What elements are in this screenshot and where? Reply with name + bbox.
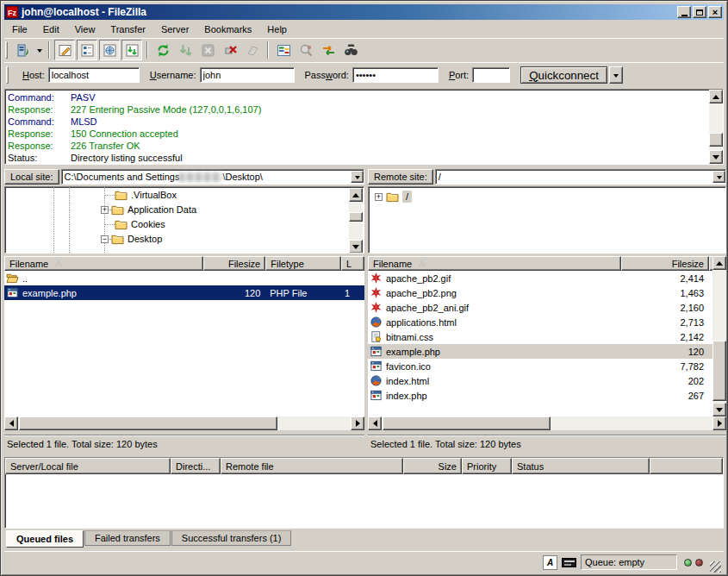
quickconnect-dropdown-button[interactable] — [609, 66, 623, 84]
remote-file-row[interactable]: index.html 202 — [368, 373, 712, 388]
site-manager-dropdown-button[interactable] — [34, 41, 45, 59]
remote-hscroll-thumb[interactable] — [383, 416, 551, 430]
column-header-last-modified[interactable]: L — [341, 256, 364, 271]
toggle-local-tree-button[interactable] — [77, 40, 97, 60]
quickconnect-button[interactable]: Quickconnect — [520, 66, 607, 84]
toolbar-grip[interactable] — [5, 41, 8, 59]
menu-transfer[interactable]: Transfer — [103, 22, 153, 36]
port-label: Port: — [449, 70, 469, 80]
menu-help[interactable]: Help — [259, 22, 295, 36]
column-header-filename[interactable]: Filename — [368, 256, 621, 271]
tree-item-cookies[interactable]: Cookies — [115, 217, 165, 231]
tree-item-desktop[interactable]: − Desktop — [101, 232, 162, 246]
remote-vertical-scrollbar[interactable] — [712, 256, 726, 416]
column-header-filename[interactable]: Filename — [4, 256, 203, 271]
refresh-button[interactable] — [152, 40, 173, 60]
local-horizontal-scrollbar[interactable] — [4, 416, 364, 430]
column-header-server-local-file[interactable]: Server/Local file — [5, 458, 171, 474]
cancel-operation-button[interactable] — [197, 40, 218, 60]
tree-item-application-data[interactable]: + Application Data — [101, 203, 196, 216]
tab-successful-transfers[interactable]: Successful transfers (1) — [171, 530, 292, 546]
remote-file-row-selected[interactable]: example.php 120 — [368, 344, 712, 359]
remote-file-row[interactable]: apache_pb2.png 1,463 — [368, 285, 712, 300]
local-site-combo[interactable]: C:\Documents and Settings\Desktop\ — [61, 169, 364, 185]
firefox-html-icon — [370, 316, 383, 328]
expander-minus-icon[interactable]: − — [101, 235, 109, 243]
menu-view[interactable]: View — [67, 22, 103, 36]
local-site-dropdown-button[interactable] — [351, 171, 364, 183]
remote-file-row[interactable]: bitnami.css 2,142 — [368, 329, 712, 344]
local-status-row: Selected 1 file. Total size: 120 bytes — [4, 435, 364, 453]
directory-comparison-button[interactable] — [273, 40, 294, 60]
column-header-filetype[interactable]: Filetype — [265, 256, 341, 271]
tree-scroll-thumb[interactable] — [349, 212, 363, 222]
resize-grip[interactable] — [710, 561, 721, 573]
refresh-icon — [156, 43, 171, 58]
title-bar[interactable]: Fz john@localhost - FileZilla × — [4, 4, 724, 20]
maximize-button[interactable] — [693, 6, 706, 18]
tree-item-root[interactable]: + / — [375, 190, 412, 203]
local-file-row-parent[interactable]: .. — [4, 271, 364, 285]
remote-site-combo[interactable]: / — [435, 169, 726, 185]
column-header-priority[interactable]: Priority — [462, 458, 512, 474]
host-input[interactable] — [48, 67, 140, 83]
reconnect-icon — [246, 43, 260, 58]
transfer-queue: Server/Local file Directi... Remote file… — [4, 457, 724, 529]
menu-server[interactable]: Server — [153, 22, 196, 36]
process-queue-button[interactable] — [175, 40, 196, 60]
remote-file-row[interactable]: apache_pb2_ani.gif 2,160 — [368, 300, 712, 315]
log-scroll-thumb[interactable] — [709, 133, 723, 147]
toggle-message-log-button[interactable] — [54, 40, 75, 60]
menu-edit[interactable]: Edit — [35, 22, 67, 36]
local-hscroll-thumb[interactable] — [19, 416, 277, 430]
username-label: Username: — [150, 70, 196, 80]
menu-file[interactable]: File — [4, 22, 35, 36]
file-size: 120 — [203, 288, 265, 298]
local-path-prefix: C:\Documents and Settings — [65, 172, 180, 182]
column-header-filesize[interactable]: Filesize — [203, 256, 265, 271]
local-tree-vertical-scrollbar[interactable] — [349, 188, 363, 254]
column-header-size[interactable]: Size — [403, 458, 462, 474]
quickconnect-bar: Host: Username: Password: Port: Quickcon… — [4, 62, 724, 87]
column-header-direction[interactable]: Directi... — [171, 458, 221, 474]
apache-feather-icon — [370, 272, 383, 284]
remote-file-row[interactable]: apache_pb2.gif 2,414 — [368, 271, 712, 285]
tab-failed-transfers[interactable]: Failed transfers — [84, 530, 171, 546]
column-header-filesize[interactable]: Filesize — [621, 256, 709, 271]
file-name: .. — [22, 273, 28, 284]
expander-plus-icon[interactable]: + — [101, 206, 109, 214]
menu-bookmarks[interactable]: Bookmarks — [196, 22, 259, 36]
remote-file-row[interactable]: index.php 267 — [368, 388, 712, 403]
username-input[interactable] — [200, 67, 295, 83]
password-input[interactable] — [352, 67, 439, 83]
toggle-transfer-queue-button[interactable] — [121, 40, 142, 60]
column-header-remote-file[interactable]: Remote file — [221, 458, 403, 474]
column-header-status[interactable]: Status — [512, 458, 650, 474]
synchronized-browsing-button[interactable] — [318, 40, 339, 60]
log-vertical-scrollbar[interactable] — [709, 90, 723, 164]
minimize-button[interactable] — [677, 6, 691, 18]
remote-file-row[interactable]: favicon.ico 7,782 — [368, 359, 712, 373]
find-files-button[interactable] — [340, 40, 361, 60]
log-line-text: Directory listing successful — [71, 152, 183, 164]
filename-filters-button[interactable] — [296, 40, 316, 60]
quickconnect-grip[interactable] — [6, 66, 9, 84]
close-button[interactable]: × — [708, 6, 722, 18]
file-size: 2,160 — [621, 303, 709, 313]
tree-item-virtualbox[interactable]: .VirtualBox — [115, 188, 177, 202]
disconnect-button[interactable] — [220, 40, 240, 60]
site-manager-button[interactable] — [12, 40, 33, 60]
remote-horizontal-scrollbar[interactable] — [368, 416, 726, 430]
file-name: index.php — [386, 391, 427, 401]
remote-file-row[interactable]: applications.html 2,713 — [368, 315, 712, 329]
port-input[interactable] — [472, 67, 510, 83]
expander-plus-icon[interactable]: + — [375, 193, 383, 201]
log-line-text: 227 Entering Passive Mode (127,0,0,1,6,1… — [71, 103, 261, 116]
host-label: Host: — [22, 70, 45, 80]
toggle-remote-tree-button[interactable] — [99, 40, 120, 60]
remote-site-dropdown-button[interactable] — [712, 171, 725, 183]
reconnect-button[interactable] — [242, 40, 263, 60]
local-file-row-selected[interactable]: example.php 120 PHP File 1 — [4, 285, 364, 300]
tab-queued-files[interactable]: Queued files — [6, 530, 84, 548]
remote-scroll-thumb[interactable] — [712, 341, 726, 401]
